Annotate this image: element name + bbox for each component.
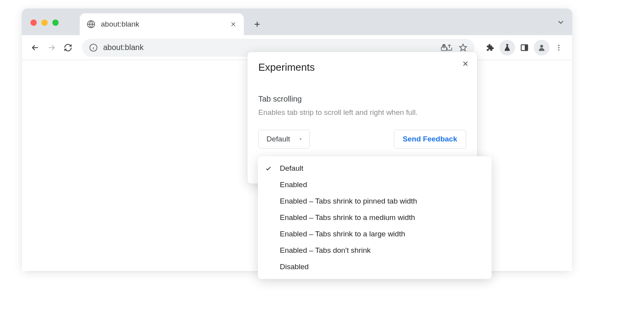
svg-point-8 <box>558 49 559 50</box>
send-feedback-button[interactable]: Send Feedback <box>394 130 466 148</box>
flag-select-value: Default <box>267 135 290 143</box>
extensions-button[interactable] <box>482 40 498 55</box>
window-close-button[interactable] <box>30 20 37 26</box>
tabs-dropdown-button[interactable] <box>556 18 565 27</box>
tab-title: about:blank <box>101 20 230 29</box>
window-maximize-button[interactable] <box>52 20 59 26</box>
dropdown-option[interactable]: Enabled <box>258 177 492 193</box>
menu-button[interactable] <box>551 40 567 55</box>
svg-point-6 <box>558 45 559 46</box>
new-tab-button[interactable] <box>249 16 265 32</box>
dropdown-option-label: Enabled – Tabs don't shrink <box>280 246 485 255</box>
profile-button[interactable] <box>534 40 549 55</box>
site-info-icon[interactable] <box>89 43 98 52</box>
dropdown-option-label: Disabled <box>280 263 485 271</box>
tab-close-button[interactable] <box>230 21 237 28</box>
window-controls <box>30 20 59 26</box>
share-button-icon[interactable] <box>445 43 453 52</box>
back-button[interactable] <box>27 40 43 55</box>
dropdown-option[interactable]: Enabled – Tabs shrink to a large width <box>258 226 492 242</box>
url-text: about:blank <box>103 43 435 52</box>
side-panel-button[interactable] <box>517 40 532 55</box>
active-tab[interactable]: about:blank <box>80 13 244 35</box>
reload-button[interactable] <box>60 40 76 55</box>
popup-title: Experiments <box>258 61 466 73</box>
dropdown-option-label: Enabled – Tabs shrink to pinned tab widt… <box>280 197 485 206</box>
bookmark-star-icon[interactable] <box>459 43 467 52</box>
popup-close-button[interactable] <box>459 57 472 70</box>
dropdown-option-label: Enabled – Tabs shrink to a medium width <box>280 213 485 222</box>
caret-down-icon <box>298 136 303 142</box>
globe-icon <box>87 20 95 29</box>
dropdown-option-label: Enabled – Tabs shrink to a large width <box>280 230 485 238</box>
experiments-button[interactable] <box>499 40 515 55</box>
send-feedback-label: Send Feedback <box>403 135 457 143</box>
flag-description: Enables tab strip to scroll left and rig… <box>258 107 466 118</box>
tab-strip: about:blank <box>22 9 572 35</box>
dropdown-option-label: Enabled <box>280 181 485 189</box>
dropdown-option[interactable]: Enabled – Tabs shrink to a medium width <box>258 209 492 226</box>
flag-options-dropdown: DefaultEnabledEnabled – Tabs shrink to p… <box>258 156 492 279</box>
dropdown-option[interactable]: Enabled – Tabs shrink to pinned tab widt… <box>258 193 492 209</box>
dropdown-option[interactable]: Default <box>258 160 492 177</box>
flag-name: Tab scrolling <box>258 95 466 104</box>
dropdown-option[interactable]: Enabled – Tabs don't shrink <box>258 242 492 259</box>
svg-point-7 <box>558 47 559 48</box>
check-icon <box>265 165 280 172</box>
forward-button[interactable] <box>44 40 59 55</box>
svg-rect-4 <box>525 45 527 50</box>
window-minimize-button[interactable] <box>41 20 48 26</box>
toolbar-right <box>482 40 567 55</box>
flag-select[interactable]: Default <box>258 130 310 148</box>
svg-point-5 <box>540 45 543 47</box>
dropdown-option[interactable]: Disabled <box>258 259 492 275</box>
dropdown-option-label: Default <box>280 164 485 173</box>
